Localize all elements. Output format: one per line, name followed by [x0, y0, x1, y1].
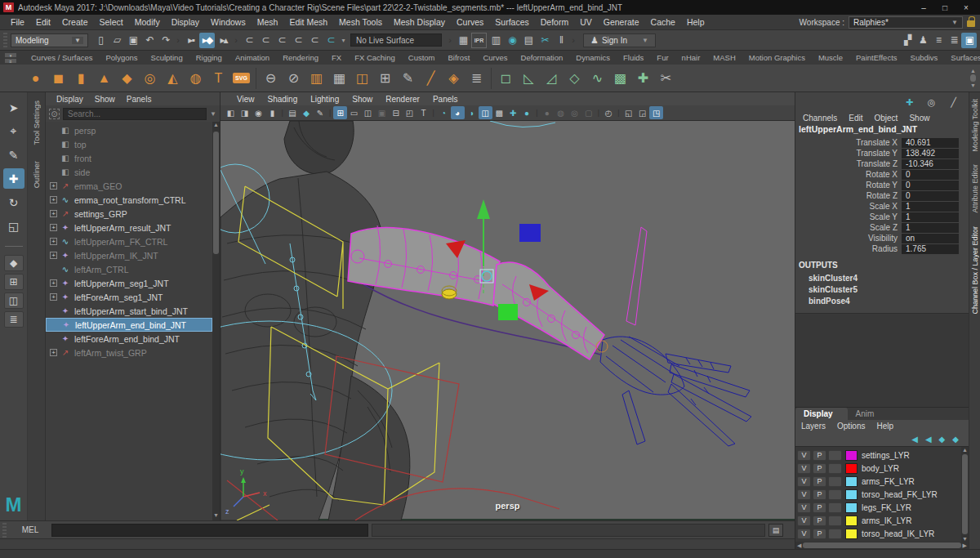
layer-playback-toggle[interactable]: P — [813, 476, 826, 487]
channel-box-menu-item[interactable]: Channels — [797, 114, 843, 123]
look-dev-icon[interactable]: ✂ — [537, 33, 552, 48]
new-scene-icon[interactable]: ▯ — [92, 33, 108, 48]
scroll-left-icon[interactable]: ◀ — [797, 542, 801, 549]
panel-window-a-icon[interactable]: ◲ — [635, 106, 649, 119]
layer-visibility-toggle[interactable]: V — [797, 463, 811, 474]
snap-to-point-icon[interactable]: ⊂ — [274, 33, 289, 48]
shelf-tab[interactable]: Muscle — [812, 51, 849, 65]
fill-hole-icon[interactable]: ⊞ — [374, 67, 396, 90]
expand-toggle-icon[interactable]: + — [50, 349, 57, 356]
scroll-down-icon[interactable]: ▼ — [213, 512, 219, 520]
shelf-tab[interactable]: Deformation — [514, 51, 570, 65]
shelf-scroll-up-icon[interactable]: ▲ — [970, 68, 976, 74]
menu-item[interactable]: Display — [166, 17, 205, 27]
expand-toggle-icon[interactable]: + — [50, 238, 57, 245]
group-separator-icon[interactable]: › — [232, 33, 240, 48]
maximize-button-icon[interactable]: □ — [934, 1, 956, 14]
shelf-tab[interactable]: Rigging — [189, 51, 229, 65]
shelf-tab[interactable]: Animation — [229, 51, 276, 65]
shelf-scroll-thumb[interactable] — [970, 74, 976, 82]
layer-color-swatch[interactable] — [845, 516, 858, 526]
shelf-tab[interactable]: Fluids — [617, 51, 650, 65]
single-pane-layout-icon[interactable]: ◆ — [4, 255, 24, 271]
open-scene-icon[interactable]: ▱ — [109, 33, 124, 48]
minimize-button-icon[interactable]: – — [913, 1, 934, 14]
scroll-up-icon[interactable]: ▲ — [962, 447, 968, 453]
layer-color-swatch[interactable] — [845, 450, 858, 461]
channel-value-field[interactable]: 0 — [902, 181, 959, 190]
menu-item[interactable]: Modify — [129, 17, 166, 27]
smooth-mesh-icon[interactable]: ◻ — [495, 67, 517, 90]
select-by-component-icon[interactable]: ▸▴ — [216, 33, 231, 48]
layer-color-swatch[interactable] — [845, 489, 858, 500]
layer-hscrollbar[interactable]: ◀ ▶ — [795, 542, 969, 549]
snap-to-projected-center-icon[interactable]: ⊂ — [290, 33, 305, 48]
forearm-selected-mesh[interactable] — [493, 227, 647, 359]
quad-draw-icon[interactable]: ✎ — [397, 67, 419, 90]
textured-mode-icon[interactable]: ◑ — [465, 106, 479, 119]
channel-name[interactable]: Translate X — [795, 138, 902, 147]
shelf-scroll-down-icon[interactable]: ▼ — [970, 83, 976, 88]
menu-item[interactable]: Mesh Tools — [333, 17, 388, 27]
expand-toggle-icon[interactable]: + — [50, 279, 57, 287]
depth-of-field-toggle-icon[interactable]: ◎ — [568, 106, 581, 119]
resolution-gate-icon[interactable]: ◫ — [361, 106, 375, 119]
redo-icon[interactable]: ↷ — [158, 33, 173, 48]
output-node[interactable]: bindPose4 — [795, 295, 969, 306]
channel-value-field[interactable]: 40.691 — [902, 138, 959, 148]
viewport-menu-item[interactable]: View — [230, 95, 261, 104]
channel-name[interactable]: Rotate Y — [795, 181, 902, 190]
uv-editor-icon[interactable]: ▩ — [609, 67, 631, 90]
modeling-toolkit-toggle-icon[interactable]: ▞ — [899, 33, 915, 48]
snap-to-curve-icon[interactable]: ⊂ — [257, 33, 273, 48]
shelf-tab[interactable]: Polygons — [100, 51, 145, 65]
channel-name[interactable]: Translate Z — [795, 159, 902, 168]
move-layer-up-icon[interactable]: ◀ — [911, 435, 918, 444]
grease-pencil-icon[interactable]: ✎ — [314, 106, 327, 119]
tool-settings-toggle-icon[interactable]: ≣ — [946, 33, 961, 48]
output-node[interactable]: skinCluster5 — [795, 283, 969, 295]
outliner-item[interactable]: + leftUpperArm_start_bind_JNT — [46, 304, 212, 318]
layer-visibility-toggle[interactable]: V — [797, 516, 811, 526]
layer-playback-toggle[interactable]: P — [813, 463, 826, 474]
group-separator-icon[interactable]: ❘ — [534, 106, 541, 119]
outliner-item[interactable]: + leftForeArm_end_bind_JNT — [46, 332, 212, 346]
outliner-item[interactable]: + leftForeArm_seg1_JNT — [46, 290, 212, 304]
outliner-item[interactable]: + leftUpperArm_FK_CTRL — [46, 234, 212, 248]
outliner-item[interactable]: + side — [46, 165, 212, 179]
wireframe-mode-icon[interactable]: ◔ — [437, 106, 451, 119]
group-separator-icon[interactable]: › — [174, 33, 182, 48]
channel-value-field[interactable]: -10.346 — [902, 159, 959, 169]
expand-toggle-icon[interactable]: + — [50, 293, 57, 301]
outliner-item[interactable]: + emma_root_transform_CTRL — [46, 193, 212, 207]
shelf-tab[interactable]: Surfaces — [944, 51, 980, 65]
outliner-menu-item[interactable]: Display — [51, 95, 89, 104]
mel-command-input[interactable] — [51, 524, 368, 537]
group-separator-icon[interactable]: ❘ — [430, 106, 437, 119]
poly-plane-icon[interactable]: ◆ — [116, 67, 138, 90]
right-panel-tab[interactable]: Channel Box / Layer Editor — [971, 220, 979, 321]
layer-row[interactable]: V P torso_head_IK_LYR — [797, 527, 961, 540]
smooth-cube-icon[interactable]: ◇ — [564, 67, 586, 90]
mel-result-field[interactable] — [372, 524, 765, 537]
menu-item[interactable]: Help — [681, 17, 710, 27]
close-button-icon[interactable]: × — [956, 1, 977, 14]
left-panel-tab[interactable]: Outliner — [32, 153, 41, 196]
live-surface-field[interactable]: No Live Surface — [350, 33, 442, 47]
shelf-tab[interactable]: PaintEffects — [849, 51, 904, 65]
sculpt-mesh-icon[interactable]: ◿ — [541, 67, 563, 90]
layer-reference-toggle[interactable] — [828, 502, 842, 513]
viewport-menu-item[interactable]: Renderer — [379, 95, 426, 104]
camera-attributes-icon[interactable]: ◉ — [252, 106, 265, 119]
poly-cone-icon[interactable]: ▲ — [93, 67, 115, 90]
shelf-tab[interactable]: Curves / Surfaces — [24, 51, 100, 65]
scroll-down-icon[interactable]: ▼ — [962, 536, 968, 542]
make-object-live-icon[interactable]: ⊂ — [323, 33, 338, 48]
outliner-item[interactable]: + settings_GRP — [46, 207, 212, 221]
poly-cube-icon[interactable]: ◼ — [47, 67, 69, 90]
right-panel-tab[interactable]: Attribute Editor — [971, 158, 979, 220]
snap-options-arrow-icon[interactable]: ▾ — [339, 33, 346, 48]
channel-value-field[interactable]: 1 — [902, 202, 959, 212]
motion-blur-toggle-icon[interactable]: ◍ — [554, 106, 568, 119]
viewport-menu-item[interactable]: Shading — [261, 95, 305, 104]
